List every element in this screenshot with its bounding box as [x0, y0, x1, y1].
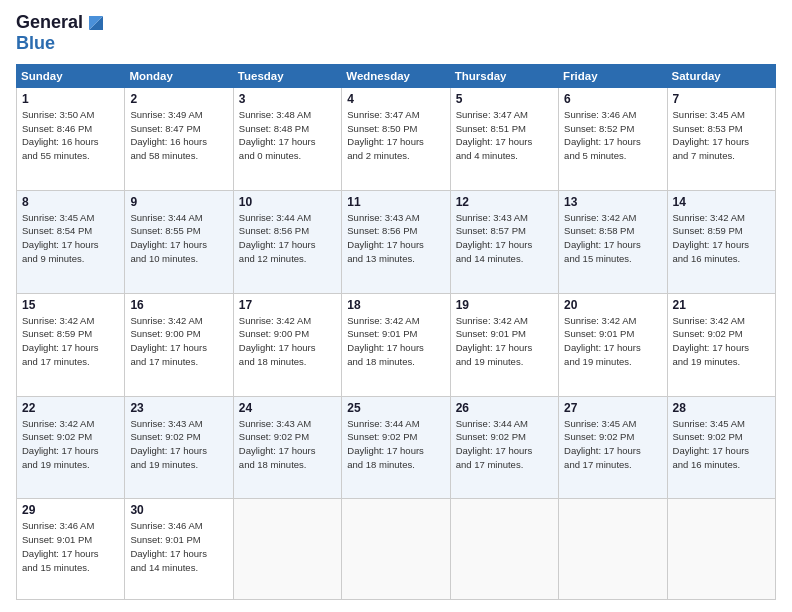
day-number: 12 [456, 195, 553, 209]
day-number: 10 [239, 195, 336, 209]
day-number: 16 [130, 298, 227, 312]
table-row: 10Sunrise: 3:44 AMSunset: 8:56 PMDayligh… [233, 190, 341, 293]
day-info: Sunrise: 3:43 AMSunset: 9:02 PMDaylight:… [130, 417, 227, 472]
day-info: Sunrise: 3:48 AMSunset: 8:48 PMDaylight:… [239, 108, 336, 163]
logo-triangle-icon [85, 12, 107, 34]
day-info: Sunrise: 3:46 AMSunset: 9:01 PMDaylight:… [22, 519, 119, 574]
day-info: Sunrise: 3:42 AMSunset: 8:59 PMDaylight:… [673, 211, 770, 266]
day-info: Sunrise: 3:42 AMSunset: 9:01 PMDaylight:… [456, 314, 553, 369]
day-number: 25 [347, 401, 444, 415]
table-row: 9Sunrise: 3:44 AMSunset: 8:55 PMDaylight… [125, 190, 233, 293]
day-number: 11 [347, 195, 444, 209]
table-row: 26Sunrise: 3:44 AMSunset: 9:02 PMDayligh… [450, 396, 558, 499]
table-row: 29Sunrise: 3:46 AMSunset: 9:01 PMDayligh… [17, 499, 125, 600]
table-row: 13Sunrise: 3:42 AMSunset: 8:58 PMDayligh… [559, 190, 667, 293]
col-friday: Friday [559, 64, 667, 87]
day-info: Sunrise: 3:42 AMSunset: 8:58 PMDaylight:… [564, 211, 661, 266]
table-row: 22Sunrise: 3:42 AMSunset: 9:02 PMDayligh… [17, 396, 125, 499]
day-number: 22 [22, 401, 119, 415]
table-row [450, 499, 558, 600]
day-info: Sunrise: 3:49 AMSunset: 8:47 PMDaylight:… [130, 108, 227, 163]
table-row: 1Sunrise: 3:50 AMSunset: 8:46 PMDaylight… [17, 87, 125, 190]
day-info: Sunrise: 3:44 AMSunset: 8:55 PMDaylight:… [130, 211, 227, 266]
day-info: Sunrise: 3:44 AMSunset: 8:56 PMDaylight:… [239, 211, 336, 266]
day-info: Sunrise: 3:43 AMSunset: 8:57 PMDaylight:… [456, 211, 553, 266]
col-tuesday: Tuesday [233, 64, 341, 87]
day-info: Sunrise: 3:42 AMSunset: 9:02 PMDaylight:… [22, 417, 119, 472]
table-row: 17Sunrise: 3:42 AMSunset: 9:00 PMDayligh… [233, 293, 341, 396]
day-info: Sunrise: 3:50 AMSunset: 8:46 PMDaylight:… [22, 108, 119, 163]
day-number: 30 [130, 503, 227, 517]
day-info: Sunrise: 3:47 AMSunset: 8:50 PMDaylight:… [347, 108, 444, 163]
day-number: 6 [564, 92, 661, 106]
table-row: 27Sunrise: 3:45 AMSunset: 9:02 PMDayligh… [559, 396, 667, 499]
day-number: 7 [673, 92, 770, 106]
day-number: 8 [22, 195, 119, 209]
header: General Blue [16, 12, 776, 54]
day-number: 14 [673, 195, 770, 209]
table-row: 21Sunrise: 3:42 AMSunset: 9:02 PMDayligh… [667, 293, 775, 396]
day-number: 9 [130, 195, 227, 209]
day-info: Sunrise: 3:46 AMSunset: 9:01 PMDaylight:… [130, 519, 227, 574]
table-row: 16Sunrise: 3:42 AMSunset: 9:00 PMDayligh… [125, 293, 233, 396]
day-number: 13 [564, 195, 661, 209]
day-number: 26 [456, 401, 553, 415]
table-row: 3Sunrise: 3:48 AMSunset: 8:48 PMDaylight… [233, 87, 341, 190]
day-number: 3 [239, 92, 336, 106]
table-row: 5Sunrise: 3:47 AMSunset: 8:51 PMDaylight… [450, 87, 558, 190]
table-row: 23Sunrise: 3:43 AMSunset: 9:02 PMDayligh… [125, 396, 233, 499]
table-row: 30Sunrise: 3:46 AMSunset: 9:01 PMDayligh… [125, 499, 233, 600]
day-info: Sunrise: 3:45 AMSunset: 9:02 PMDaylight:… [673, 417, 770, 472]
day-number: 15 [22, 298, 119, 312]
calendar-header-row: Sunday Monday Tuesday Wednesday Thursday… [17, 64, 776, 87]
day-info: Sunrise: 3:46 AMSunset: 8:52 PMDaylight:… [564, 108, 661, 163]
table-row: 20Sunrise: 3:42 AMSunset: 9:01 PMDayligh… [559, 293, 667, 396]
table-row: 2Sunrise: 3:49 AMSunset: 8:47 PMDaylight… [125, 87, 233, 190]
day-number: 21 [673, 298, 770, 312]
day-info: Sunrise: 3:42 AMSunset: 9:00 PMDaylight:… [130, 314, 227, 369]
table-row: 6Sunrise: 3:46 AMSunset: 8:52 PMDaylight… [559, 87, 667, 190]
table-row [667, 499, 775, 600]
table-row: 24Sunrise: 3:43 AMSunset: 9:02 PMDayligh… [233, 396, 341, 499]
day-number: 5 [456, 92, 553, 106]
day-info: Sunrise: 3:43 AMSunset: 9:02 PMDaylight:… [239, 417, 336, 472]
day-info: Sunrise: 3:47 AMSunset: 8:51 PMDaylight:… [456, 108, 553, 163]
day-info: Sunrise: 3:43 AMSunset: 8:56 PMDaylight:… [347, 211, 444, 266]
table-row: 12Sunrise: 3:43 AMSunset: 8:57 PMDayligh… [450, 190, 558, 293]
day-info: Sunrise: 3:45 AMSunset: 8:53 PMDaylight:… [673, 108, 770, 163]
col-saturday: Saturday [667, 64, 775, 87]
day-info: Sunrise: 3:42 AMSunset: 9:01 PMDaylight:… [347, 314, 444, 369]
day-number: 4 [347, 92, 444, 106]
day-number: 19 [456, 298, 553, 312]
day-number: 27 [564, 401, 661, 415]
day-info: Sunrise: 3:42 AMSunset: 8:59 PMDaylight:… [22, 314, 119, 369]
day-info: Sunrise: 3:42 AMSunset: 9:00 PMDaylight:… [239, 314, 336, 369]
day-number: 18 [347, 298, 444, 312]
day-number: 28 [673, 401, 770, 415]
table-row [342, 499, 450, 600]
table-row [233, 499, 341, 600]
calendar-table: Sunday Monday Tuesday Wednesday Thursday… [16, 64, 776, 600]
table-row: 11Sunrise: 3:43 AMSunset: 8:56 PMDayligh… [342, 190, 450, 293]
day-number: 29 [22, 503, 119, 517]
day-info: Sunrise: 3:42 AMSunset: 9:01 PMDaylight:… [564, 314, 661, 369]
page: General Blue Sunday Monday Tuesday Wedne… [0, 0, 792, 612]
day-info: Sunrise: 3:44 AMSunset: 9:02 PMDaylight:… [456, 417, 553, 472]
day-info: Sunrise: 3:44 AMSunset: 9:02 PMDaylight:… [347, 417, 444, 472]
table-row: 14Sunrise: 3:42 AMSunset: 8:59 PMDayligh… [667, 190, 775, 293]
col-thursday: Thursday [450, 64, 558, 87]
day-number: 23 [130, 401, 227, 415]
day-number: 17 [239, 298, 336, 312]
day-number: 20 [564, 298, 661, 312]
table-row: 28Sunrise: 3:45 AMSunset: 9:02 PMDayligh… [667, 396, 775, 499]
col-wednesday: Wednesday [342, 64, 450, 87]
day-number: 2 [130, 92, 227, 106]
day-info: Sunrise: 3:45 AMSunset: 8:54 PMDaylight:… [22, 211, 119, 266]
day-info: Sunrise: 3:45 AMSunset: 9:02 PMDaylight:… [564, 417, 661, 472]
table-row: 7Sunrise: 3:45 AMSunset: 8:53 PMDaylight… [667, 87, 775, 190]
table-row: 19Sunrise: 3:42 AMSunset: 9:01 PMDayligh… [450, 293, 558, 396]
day-number: 1 [22, 92, 119, 106]
table-row: 18Sunrise: 3:42 AMSunset: 9:01 PMDayligh… [342, 293, 450, 396]
table-row: 8Sunrise: 3:45 AMSunset: 8:54 PMDaylight… [17, 190, 125, 293]
table-row [559, 499, 667, 600]
